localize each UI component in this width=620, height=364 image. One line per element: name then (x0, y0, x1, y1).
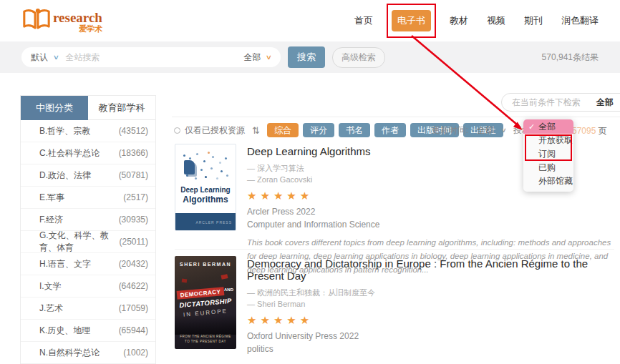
dropdown-option-purchased[interactable]: 已购 (523, 161, 573, 174)
divider (175, 249, 614, 250)
header: research 爱学术 首页 电子书 教材 视频 期刊 润色翻译 (0, 0, 620, 41)
nav-ebooks[interactable]: 电子书 (392, 10, 431, 31)
sidebar-item-history-geography[interactable]: K.历史、地理 (65944) (21, 320, 155, 342)
logo-brand-text: research (53, 11, 102, 24)
advanced-search-button[interactable]: 高级检索 (332, 47, 385, 68)
tab-moe-discipline[interactable]: 教育部学科 (88, 96, 155, 120)
check-icon: ✓ (528, 122, 535, 132)
search-button[interactable]: 搜索 (288, 46, 325, 68)
refine-placeholder: 在当前条件下检索 (512, 97, 581, 109)
book-result-2: SHERI BERMAN DEMOCRACY AND DICTATORSHIP … (175, 256, 614, 364)
book-subject: Computer and Information Science (247, 218, 614, 231)
logo-subtitle: 爱学术 (79, 25, 102, 33)
site-logo[interactable]: research 爱学术 (21, 6, 102, 35)
sort-author[interactable]: 作者 (374, 123, 406, 137)
search-scope-select[interactable]: 默认 (31, 51, 48, 64)
sidebar-item-literature[interactable]: I.文学 (64622) (21, 275, 155, 297)
search-bar: 默认 ∨ 全站搜索 全部 ∨ 搜索 高级检索 570,941条结果 (0, 41, 620, 73)
cover-footer-band: ARCLER PRESS (175, 213, 236, 230)
authorized-only-label: 仅看已授权资源 (185, 124, 245, 137)
flag-graphic (182, 279, 188, 283)
open-book-icon (21, 6, 52, 35)
nav-textbooks[interactable]: 教材 (450, 14, 468, 27)
rating-stars: ★★★★★ (247, 314, 614, 327)
search-category-select[interactable]: 全部 (243, 51, 261, 64)
results-count: 570,941条结果 (542, 51, 599, 64)
refine-search-input[interactable]: 在当前条件下检索 全部 (501, 93, 620, 112)
nav-videos[interactable]: 视频 (487, 14, 505, 27)
book-subtitle-cn: — 欧洲的民主和独裁：从旧制度至今 (247, 287, 614, 299)
book-details: Democracy and Dictatorship in Europe : F… (247, 256, 614, 364)
tab-clc-classification[interactable]: 中图分类 (21, 96, 88, 120)
book-description: Democracy and Dictatorship in Europe exa… (247, 360, 614, 364)
sidebar-item-politics-law[interactable]: D.政治、法律 (50781) (21, 164, 155, 187)
nav-ebook-wrap: 电子书 (392, 10, 431, 31)
sort-rating[interactable]: 评分 (303, 123, 334, 137)
dropdown-option-external-collection[interactable]: 外部馆藏 (523, 174, 573, 188)
search-input-group: 默认 ∨ 全站搜索 全部 ∨ (21, 47, 281, 67)
network-dots-graphic (183, 154, 185, 157)
sidebar-item-art[interactable]: J.艺术 (17059) (21, 297, 155, 320)
license-type-dropdown: ✓ 全部 开放获取 订阅 已购 外部馆藏 (523, 119, 573, 192)
nav-polish-translate[interactable]: 润色翻译 (561, 14, 599, 27)
book-cover-deep-learning[interactable]: Deep Learning Algorithms ARCLER PRESS (175, 144, 236, 231)
authorized-only-radio[interactable] (174, 127, 180, 134)
sort-title[interactable]: 书名 (339, 123, 370, 137)
divider (172, 117, 620, 117)
search-input[interactable]: 全站搜索 (66, 51, 244, 64)
category-sidebar: 中图分类 教育部学科 B.哲学、宗教 (43512) C.社会科学总论 (183… (20, 95, 156, 364)
chevron-down-icon: ∨ (500, 127, 507, 134)
sidebar-item-social-science[interactable]: C.社会科学总论 (18366) (21, 142, 155, 164)
nav-home[interactable]: 首页 (354, 14, 373, 27)
sidebar-item-language[interactable]: H.语言、文字 (20432) (21, 253, 155, 275)
page-count: 57095页 (572, 125, 606, 137)
sidebar-item-natural-science[interactable]: N.自然科学总论 (1002) (21, 342, 155, 364)
dropdown-option-subscription[interactable]: 订阅 (523, 147, 573, 161)
sort-order-icon[interactable]: ⇅ (252, 125, 260, 136)
sidebar-item-military[interactable]: E.军事 (2517) (21, 187, 155, 209)
cover-tagline: FROM THE ANCIEN RÉGIME TO THE PRESENT DA… (175, 334, 236, 344)
main-nav: 首页 电子书 教材 视频 期刊 润色翻译 (354, 10, 599, 31)
book-publisher-year: Oxford University Press 2022 (247, 330, 614, 343)
sidebar-item-philosophy[interactable]: B.哲学、宗教 (43512) (21, 120, 155, 142)
book-title-link[interactable]: Democracy and Dictatorship in Europe : F… (247, 257, 614, 282)
nav-journals[interactable]: 期刊 (524, 14, 543, 27)
update-time-label: 更新时间: (432, 124, 468, 137)
head-silhouette-graphic (184, 160, 195, 174)
book-publisher-year: Arcler Press 2022 (247, 205, 614, 218)
flag-graphic (221, 274, 228, 280)
sidebar-item-economics[interactable]: F.经济 (30935) (21, 209, 155, 231)
book-author: — Sheri Berman (247, 299, 614, 310)
chevron-down-icon: ∨ (53, 54, 59, 61)
book-cover-democracy-dictatorship[interactable]: SHERI BERMAN DEMOCRACY AND DICTATORSHIP … (175, 256, 236, 349)
sidebar-item-culture-education[interactable]: G.文化、科学、教育、体育 (25011) (21, 231, 155, 253)
sidebar-tabs: 中图分类 教育部学科 (21, 96, 155, 120)
crowd-silhouette-graphic (175, 315, 236, 335)
chevron-down-icon: ∨ (266, 54, 272, 61)
book-subject: politics (247, 343, 614, 355)
update-time-select[interactable]: 全部 (477, 124, 494, 137)
sort-comprehensive[interactable]: 综合 (267, 123, 299, 137)
dropdown-option-all[interactable]: ✓ 全部 (523, 119, 573, 134)
refine-scope-select[interactable]: 全部 (596, 97, 614, 109)
dropdown-option-open-access[interactable]: 开放获取 (523, 134, 573, 147)
cover-title: Deep Learning Algorithms (175, 186, 236, 205)
